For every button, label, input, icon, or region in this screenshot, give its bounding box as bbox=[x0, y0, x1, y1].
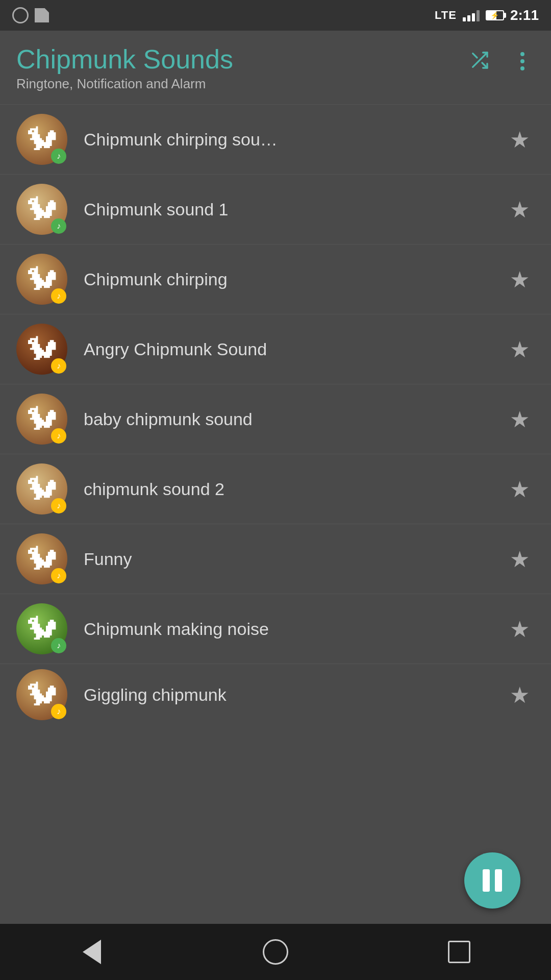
music-badge: ♪ bbox=[51, 149, 66, 164]
music-note-icon: ♪ bbox=[57, 361, 61, 371]
star-button[interactable]: ★ bbox=[504, 679, 535, 710]
sound-name: Giggling chipmunk bbox=[84, 685, 504, 705]
app-subtitle: Ringtone, Notification and Alarm bbox=[16, 76, 233, 92]
sound-name: Chipmunk chirping sou… bbox=[84, 130, 504, 150]
avatar-container: 🐿 ♪ bbox=[16, 603, 67, 654]
sound-item[interactable]: 🐿 ♪ Chipmunk sound 1 ★ bbox=[0, 175, 551, 244]
star-button[interactable]: ★ bbox=[504, 474, 535, 504]
avatar-container: 🐿 ♪ bbox=[16, 184, 67, 235]
back-icon bbox=[83, 940, 101, 964]
svg-point-1 bbox=[520, 59, 524, 63]
svg-point-2 bbox=[520, 66, 524, 70]
nav-bar bbox=[0, 924, 551, 980]
app-title: Chipmunk Sounds bbox=[16, 45, 233, 74]
avatar-container: 🐿 ♪ bbox=[16, 394, 67, 445]
sound-name: Chipmunk chirping bbox=[84, 270, 504, 289]
svg-point-0 bbox=[520, 52, 524, 56]
title-group: Chipmunk Sounds Ringtone, Notification a… bbox=[16, 45, 233, 92]
music-badge: ♪ bbox=[51, 218, 66, 234]
home-icon bbox=[263, 939, 288, 965]
music-badge: ♪ bbox=[51, 498, 66, 513]
sound-item[interactable]: 🐿 ♪ Chipmunk making noise ★ bbox=[0, 594, 551, 664]
avatar-container: 🐿 ♪ bbox=[16, 254, 67, 305]
music-note-icon: ♪ bbox=[57, 152, 61, 161]
music-badge: ♪ bbox=[51, 358, 66, 374]
avatar-container: 🐿 ♪ bbox=[16, 114, 67, 165]
sound-item[interactable]: 🐿 ♪ Angry Chipmunk Sound ★ bbox=[0, 314, 551, 384]
star-button[interactable]: ★ bbox=[504, 404, 535, 434]
app-header: Chipmunk Sounds Ringtone, Notification a… bbox=[0, 31, 551, 105]
star-icon: ★ bbox=[510, 406, 530, 432]
sound-name: Chipmunk making noise bbox=[84, 619, 504, 639]
star-button[interactable]: ★ bbox=[504, 544, 535, 574]
sound-item[interactable]: 🐿 ♪ Funny ★ bbox=[0, 524, 551, 594]
music-badge: ♪ bbox=[51, 704, 66, 719]
star-icon: ★ bbox=[510, 197, 530, 223]
pause-icon bbox=[483, 869, 502, 892]
star-icon: ★ bbox=[510, 546, 530, 572]
star-icon: ★ bbox=[510, 336, 530, 362]
music-note-icon: ♪ bbox=[57, 707, 61, 716]
record-icon bbox=[12, 7, 29, 23]
star-icon: ★ bbox=[510, 266, 530, 292]
music-badge: ♪ bbox=[51, 428, 66, 444]
avatar-container: 🐿 ♪ bbox=[16, 533, 67, 584]
recents-button[interactable] bbox=[429, 934, 490, 970]
music-note-icon: ♪ bbox=[57, 431, 61, 440]
sound-name: Angry Chipmunk Sound bbox=[84, 339, 504, 359]
sim-icon bbox=[35, 8, 49, 22]
avatar-container: 🐿 ♪ bbox=[16, 669, 67, 720]
music-note-icon: ♪ bbox=[57, 571, 61, 580]
sound-name: chipmunk sound 2 bbox=[84, 479, 504, 499]
lte-badge: LTE bbox=[435, 9, 457, 22]
star-button[interactable]: ★ bbox=[504, 194, 535, 225]
sound-name: baby chipmunk sound bbox=[84, 409, 504, 429]
avatar-container: 🐿 ♪ bbox=[16, 463, 67, 514]
recents-icon bbox=[448, 941, 470, 963]
header-actions bbox=[465, 45, 535, 74]
sound-item[interactable]: 🐿 ♪ Chipmunk chirping sou… ★ bbox=[0, 105, 551, 175]
music-badge: ♪ bbox=[51, 288, 66, 304]
pause-fab[interactable] bbox=[464, 852, 520, 909]
music-note-icon: ♪ bbox=[57, 291, 61, 301]
star-button[interactable]: ★ bbox=[504, 124, 535, 155]
pause-bar-right bbox=[495, 869, 502, 892]
sound-item[interactable]: 🐿 ♪ baby chipmunk sound ★ bbox=[0, 384, 551, 454]
status-left-icons bbox=[12, 7, 49, 23]
sound-name: Funny bbox=[84, 549, 504, 569]
star-icon: ★ bbox=[510, 616, 530, 642]
avatar-container: 🐿 ♪ bbox=[16, 324, 67, 375]
battery-icon: ⚡ bbox=[486, 10, 504, 20]
star-icon: ★ bbox=[510, 682, 530, 708]
star-button[interactable]: ★ bbox=[504, 614, 535, 644]
pause-bar-left bbox=[483, 869, 490, 892]
star-button[interactable]: ★ bbox=[504, 334, 535, 364]
signal-bars bbox=[463, 9, 480, 21]
sound-item[interactable]: 🐿 ♪ Chipmunk chirping ★ bbox=[0, 244, 551, 314]
music-badge: ♪ bbox=[51, 638, 66, 653]
sound-item[interactable]: 🐿 ♪ chipmunk sound 2 ★ bbox=[0, 454, 551, 524]
battery-bolt: ⚡ bbox=[490, 11, 499, 19]
sound-name: Chipmunk sound 1 bbox=[84, 200, 504, 219]
music-note-icon: ♪ bbox=[57, 501, 61, 510]
music-note-icon: ♪ bbox=[57, 222, 61, 231]
star-button[interactable]: ★ bbox=[504, 264, 535, 295]
home-button[interactable] bbox=[245, 934, 306, 970]
star-icon: ★ bbox=[510, 476, 530, 502]
status-right-icons: LTE ⚡ 2:11 bbox=[435, 7, 539, 23]
status-time: 2:11 bbox=[510, 7, 539, 23]
shuffle-button[interactable] bbox=[465, 50, 494, 72]
back-button[interactable] bbox=[61, 934, 122, 970]
star-icon: ★ bbox=[510, 127, 530, 153]
status-bar: LTE ⚡ 2:11 bbox=[0, 0, 551, 31]
music-badge: ♪ bbox=[51, 568, 66, 583]
sound-list: 🐿 ♪ Chipmunk chirping sou… ★ 🐿 ♪ Chipmun… bbox=[0, 105, 551, 725]
music-note-icon: ♪ bbox=[57, 641, 61, 650]
more-options-button[interactable] bbox=[510, 49, 535, 74]
sound-item[interactable]: 🐿 ♪ Giggling chipmunk ★ bbox=[0, 664, 551, 725]
